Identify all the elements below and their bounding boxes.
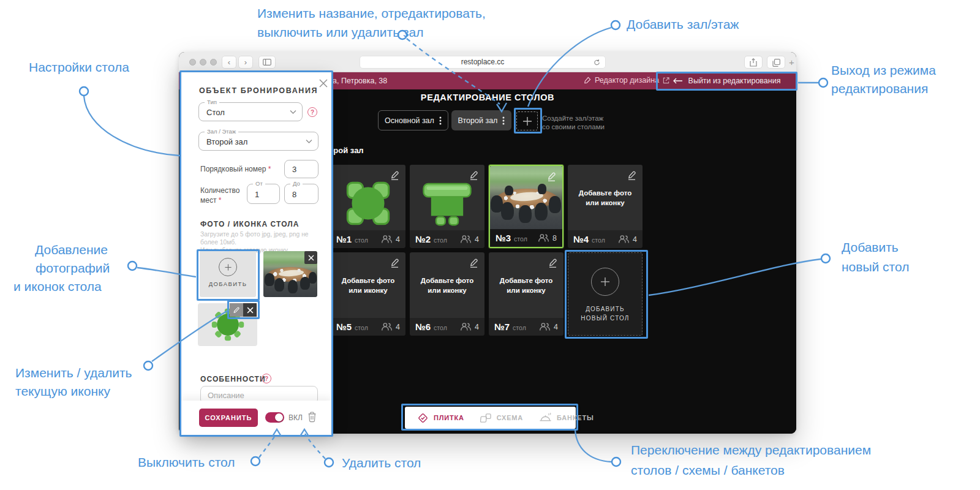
table-card-2[interactable]: №2 стол 4 [410,165,484,248]
table-card-5[interactable]: Добавьте фото или иконку №5 стол [331,252,405,336]
annotation-switch-2: столов / схемы / банкетов [631,463,785,478]
share-icon [750,58,757,67]
help-icon[interactable]: ? [307,107,317,117]
hall-select[interactable]: Зал / Этаж Второй зал [198,132,318,151]
card-footer: №1 стол 4 [331,230,405,248]
close-icon [247,307,254,314]
annotation-switch-1: Переключение между редактированием [631,443,871,458]
annotation-add-hall: Добавить зал/этаж [627,17,739,32]
edit-pencil-icon[interactable] [546,257,559,269]
upload-photo-button[interactable]: ДОБАВИТЬ [200,251,256,297]
add-photo-placeholder: Добавьте фото или иконку [568,188,643,208]
sidebar-toggle-button[interactable] [258,56,276,69]
trash-icon[interactable] [307,410,317,423]
sofa-table-icon [420,176,475,231]
line-switch-modes [575,430,611,462]
tab-label: Второй зал [458,116,498,125]
table-card-7[interactable]: Добавьте фото или иконку №7 стол [489,252,564,336]
enabled-toggle[interactable] [265,412,284,423]
forward-button[interactable]: › [238,56,253,69]
tabs-overview-button[interactable] [767,56,785,69]
design-editor-link[interactable]: Редактор дизайна [583,76,669,85]
add-new-table-label: ДОБАВИТЬ НОВЫЙ СТОЛ [568,304,642,323]
annotation-edit-icon-2: текущую иконку [15,384,110,399]
traffic-light-close-icon[interactable] [189,59,196,66]
new-tab-plus-icon[interactable]: + [789,57,794,67]
photo-thumbnail [263,251,317,297]
dot-table-settings [80,87,88,96]
remove-photo-icon[interactable] [304,251,317,264]
address-bar[interactable]: restoplace.cc [360,56,606,69]
brush-icon [583,77,591,85]
annotation-add-table-2: новый стол [842,260,909,274]
line-disable-table [259,434,276,458]
table-type: стол [514,235,527,243]
kebab-menu-icon[interactable] [502,116,505,125]
table-card-6[interactable]: Добавьте фото или иконку №6 стол [410,252,484,336]
people-icon [618,235,630,244]
add-hall-button[interactable] [516,111,538,130]
close-icon[interactable] [317,77,330,89]
chevron-down-icon [290,110,296,114]
help-icon[interactable]: ? [262,374,271,383]
table-number: №3 [496,233,511,243]
browser-chrome: ‹ › restoplace.cc [179,52,796,72]
table-card-1[interactable]: №1 стол 4 [331,165,405,248]
hall-value: Второй зал [206,137,247,146]
mode-banquets[interactable]: БАНКЕТЫ [539,412,594,423]
dot-disable-table [251,457,260,466]
mode-scheme[interactable]: СХЕМА [480,413,523,423]
sidebar-icon [263,59,271,66]
annotation-table-settings: Настройки стола [29,60,129,75]
type-value: Стол [206,107,225,116]
tab-hall-main[interactable]: Основной зал [378,110,448,130]
edit-icon-button[interactable] [230,303,243,317]
dot-switch-modes [612,458,620,466]
seats-from-input[interactable]: От 1 [247,184,280,204]
add-new-table-button[interactable]: ДОБАВИТЬ НОВЫЙ СТОЛ [568,252,643,336]
order-number-input[interactable]: 3 [284,160,318,178]
save-button[interactable]: СОХРАНИТЬ [199,409,258,427]
edit-pencil-icon[interactable] [388,169,401,181]
card-footer: №3 стол 8 [490,229,562,247]
share-button[interactable] [744,56,763,69]
edit-pencil-icon[interactable] [467,169,480,181]
edit-pencil-icon[interactable] [388,257,401,269]
mode-toolbar: ПЛИТКА СХЕМА БАНКЕТЫ [405,407,576,429]
edit-pencil-icon[interactable] [625,169,638,181]
panel-title: ОБЪЕКТ БРОНИРОВАНИЯ [199,86,318,95]
annotation-add-photos-3: и иконок стола [13,279,102,294]
seats-to-input[interactable]: До 8 [284,184,318,204]
edit-pencil-icon[interactable] [545,170,557,183]
delete-icon-button[interactable] [243,303,257,317]
people-icon [538,233,549,243]
table-card-3-selected[interactable]: №3 стол 8 [489,165,564,248]
type-select[interactable]: Тип Стол [198,102,303,121]
annotation-add-table-1: Добавить [842,240,899,255]
dot-exit-editing [819,78,827,87]
table-type: стол [513,324,526,331]
order-number-label: Порядковый номер * [200,164,271,174]
table-number: №4 [573,234,589,244]
people-icon [381,235,393,244]
exit-editing-button[interactable]: Выйти из редактирования [657,72,796,89]
kebab-menu-icon[interactable] [439,116,442,125]
table-type: стол [434,324,447,331]
back-button[interactable]: ‹ [222,56,236,69]
annotation-add-photos-2: фотографий [36,261,110,276]
reload-icon[interactable] [594,59,600,66]
table-number: №7 [494,322,510,332]
mode-banquets-label: БАНКЕТЫ [557,414,594,421]
annotation-exit-mode-1: Выход из режима [831,63,936,78]
table-number: №5 [336,322,352,332]
traffic-light-zoom-icon[interactable] [210,59,217,66]
traffic-light-minimize-icon[interactable] [200,59,206,66]
tab-hall-second[interactable]: Второй зал [451,110,511,130]
annotation-add-photos-1: Добавление [35,243,108,257]
table-card-4[interactable]: Добавьте фото или иконку №4 стол [568,165,643,248]
edit-pencil-icon[interactable] [467,257,480,269]
round-table-4-chairs-icon [342,177,394,230]
panel-footer: СОХРАНИТЬ ВКЛ [181,401,331,435]
mode-tiles[interactable]: ПЛИТКА [417,412,464,424]
screenshot-stage: ‹ › restoplace.cc [0,0,980,490]
